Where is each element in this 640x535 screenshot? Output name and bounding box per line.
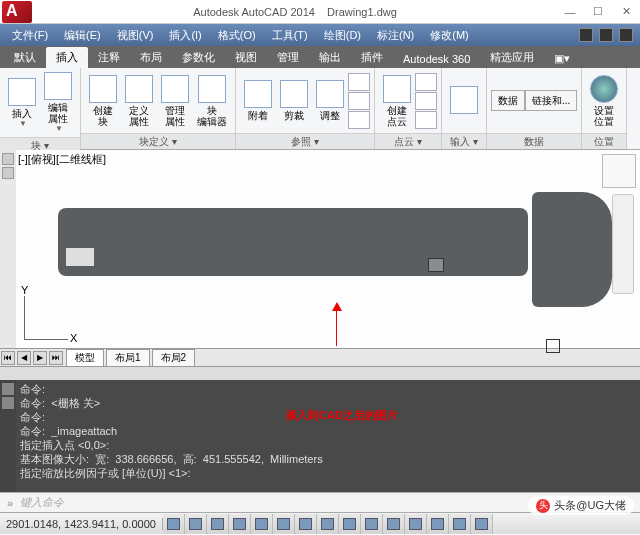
tab-insert[interactable]: 插入 — [46, 47, 88, 68]
attach-icon — [244, 80, 272, 108]
sb-ducs-icon[interactable] — [339, 514, 361, 534]
sb-otrack-icon[interactable] — [317, 514, 339, 534]
tab-manage[interactable]: 管理 — [267, 47, 309, 68]
minimize-button[interactable]: — — [556, 0, 584, 24]
group-reference[interactable]: 参照 ▾ — [236, 133, 374, 149]
create-block-button[interactable]: 创建 块 — [85, 73, 121, 129]
menu-draw[interactable]: 绘图(D) — [316, 26, 369, 45]
group-import[interactable]: 输入 ▾ — [442, 133, 486, 149]
ltab-prev-button[interactable]: ◀ — [17, 351, 31, 365]
sb-osnap-icon[interactable] — [273, 514, 295, 534]
annotation-arrow-line — [336, 308, 337, 346]
tab-layout[interactable]: 布局 — [130, 47, 172, 68]
import-button[interactable] — [446, 84, 482, 118]
close-button[interactable]: ✕ — [612, 0, 640, 24]
pc-mini1-button[interactable] — [415, 73, 437, 91]
sb-3dosnap-icon[interactable] — [295, 514, 317, 534]
menu-view[interactable]: 视图(V) — [109, 26, 162, 45]
cmd-close-icon[interactable] — [2, 383, 14, 395]
manage-attr-icon — [161, 75, 189, 103]
tab-layout2[interactable]: 布局2 — [152, 349, 196, 366]
statusbar: 2901.0148, 1423.9411, 0.0000 — [0, 512, 640, 534]
tab-featured[interactable]: 精选应用 — [480, 47, 544, 68]
tab-layout1[interactable]: 布局1 — [106, 349, 150, 366]
inserted-image[interactable] — [58, 192, 612, 302]
group-data: 数据 — [487, 133, 581, 149]
tab-expand-icon[interactable]: ▣▾ — [544, 49, 580, 68]
ltab-first-button[interactable]: ⏮ — [1, 351, 15, 365]
annotation-arrow-icon — [332, 302, 342, 311]
ltab-last-button[interactable]: ⏭ — [49, 351, 63, 365]
menu-file[interactable]: 文件(F) — [4, 26, 56, 45]
viewport-label[interactable]: [-][俯视][二维线框] — [18, 152, 106, 167]
pointcloud-button[interactable]: 创建 点云 — [379, 73, 415, 129]
navigation-bar[interactable] — [612, 194, 634, 294]
pointcloud-icon — [383, 75, 411, 103]
tab-output[interactable]: 输出 — [309, 47, 351, 68]
sb-polar-icon[interactable] — [251, 514, 273, 534]
coordinates[interactable]: 2901.0148, 1423.9411, 0.0000 — [0, 518, 163, 530]
sb-model-icon[interactable] — [471, 514, 493, 534]
horizontal-scrollbar[interactable] — [0, 366, 640, 380]
menubar: 文件(F) 编辑(E) 视图(V) 插入(I) 格式(O) 工具(T) 绘图(D… — [0, 24, 640, 46]
lt-btn1[interactable] — [2, 153, 14, 165]
maximize-button[interactable]: ☐ — [584, 0, 612, 24]
ref-mini1-button[interactable] — [348, 73, 370, 91]
block-editor-icon — [198, 75, 226, 103]
cmd-chevron-icon[interactable]: » — [0, 497, 20, 509]
cmd-opt-icon[interactable] — [2, 397, 14, 409]
manage-attr-button[interactable]: 管理 属性 — [157, 73, 193, 129]
data-button[interactable]: 数据 — [491, 90, 525, 111]
group-pointcloud[interactable]: 点云 ▾ — [375, 133, 441, 149]
link-button[interactable]: 链接和... — [525, 90, 577, 111]
tab-model[interactable]: 模型 — [66, 349, 104, 366]
insert-block-button[interactable]: 插入▼ — [4, 76, 40, 130]
tab-view[interactable]: 视图 — [225, 47, 267, 68]
menu-tools[interactable]: 工具(T) — [264, 26, 316, 45]
block-editor-button[interactable]: 块 编辑器 — [193, 73, 231, 129]
titlebar: Autodesk AutoCAD 2014 Drawing1.dwg — ☐ ✕ — [0, 0, 640, 24]
tab-default[interactable]: 默认 — [4, 47, 46, 68]
create-block-icon — [89, 75, 117, 103]
ref-mini3-button[interactable] — [348, 111, 370, 129]
sb-infer-icon[interactable] — [163, 514, 185, 534]
menu-format[interactable]: 格式(O) — [210, 26, 264, 45]
menu-edit[interactable]: 编辑(E) — [56, 26, 109, 45]
pc-mini3-button[interactable] — [415, 111, 437, 129]
clip-button[interactable]: 剪裁 — [276, 78, 312, 123]
sb-tpy-icon[interactable] — [405, 514, 427, 534]
group-blockdef[interactable]: 块定义 ▾ — [81, 133, 235, 149]
define-attr-button[interactable]: 定义 属性 — [121, 73, 157, 129]
menu-dimension[interactable]: 标注(N) — [369, 26, 422, 45]
menu-insert[interactable]: 插入(I) — [161, 26, 209, 45]
tab-annotate[interactable]: 注释 — [88, 47, 130, 68]
sb-ortho-icon[interactable] — [229, 514, 251, 534]
mb-min-icon[interactable] — [579, 28, 593, 42]
sb-lwt-icon[interactable] — [383, 514, 405, 534]
sb-sc-icon[interactable] — [449, 514, 471, 534]
tab-plugin[interactable]: 插件 — [351, 47, 393, 68]
adjust-button[interactable]: 调整 — [312, 78, 348, 123]
tab-a360[interactable]: Autodesk 360 — [393, 50, 480, 68]
sb-qp-icon[interactable] — [427, 514, 449, 534]
define-attr-icon — [125, 75, 153, 103]
sb-grid-icon[interactable] — [207, 514, 229, 534]
mb-restore-icon[interactable] — [599, 28, 613, 42]
sb-dyn-icon[interactable] — [361, 514, 383, 534]
pickbox-cursor-icon — [546, 339, 560, 353]
attach-button[interactable]: 附着 — [240, 78, 276, 123]
adjust-icon — [316, 80, 344, 108]
viewcube[interactable] — [602, 154, 636, 188]
setloc-button[interactable]: 设置 位置 — [586, 73, 622, 129]
drawing-area[interactable]: [-][俯视][二维线框] Y X — [0, 150, 640, 348]
command-history[interactable]: 命令: 命令: <栅格 关> 命令: 命令: _imageattach 指定插入… — [16, 380, 640, 492]
mb-close-icon[interactable] — [619, 28, 633, 42]
sb-snap-icon[interactable] — [185, 514, 207, 534]
ltab-next-button[interactable]: ▶ — [33, 351, 47, 365]
edit-attr-button[interactable]: 编辑 属性▼ — [40, 70, 76, 135]
pc-mini2-button[interactable] — [415, 92, 437, 110]
menu-modify[interactable]: 修改(M) — [422, 26, 477, 45]
ref-mini2-button[interactable] — [348, 92, 370, 110]
lt-btn2[interactable] — [2, 167, 14, 179]
tab-param[interactable]: 参数化 — [172, 47, 225, 68]
